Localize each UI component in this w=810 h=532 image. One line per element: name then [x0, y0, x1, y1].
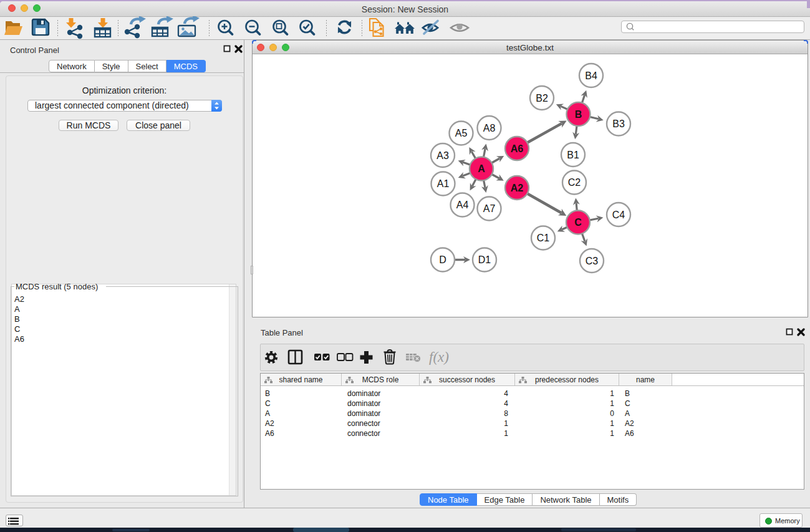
- svg-text:B3: B3: [612, 118, 625, 129]
- svg-text:B1: B1: [567, 150, 579, 160]
- svg-text:B4: B4: [585, 70, 597, 81]
- svg-text:D: D: [439, 254, 446, 265]
- svg-text:B: B: [575, 109, 582, 120]
- svg-text:A7: A7: [483, 203, 496, 214]
- svg-text:f(x): f(x): [429, 349, 449, 365]
- svg-text:A6: A6: [511, 143, 524, 154]
- svg-text:A3: A3: [436, 150, 449, 161]
- svg-text:A5: A5: [455, 128, 468, 138]
- svg-text:C: C: [574, 217, 582, 228]
- svg-text:C3: C3: [586, 256, 599, 266]
- svg-text:D1: D1: [478, 254, 491, 265]
- svg-text:C1: C1: [537, 233, 550, 243]
- svg-text:A8: A8: [483, 123, 496, 133]
- svg-text:A4: A4: [456, 200, 469, 210]
- svg-text:A: A: [478, 163, 485, 174]
- svg-text:B2: B2: [536, 93, 548, 104]
- svg-text:C4: C4: [612, 210, 625, 220]
- svg-text:C2: C2: [568, 177, 581, 188]
- svg-text:A2: A2: [511, 183, 524, 193]
- svg-text:A1: A1: [437, 178, 450, 189]
